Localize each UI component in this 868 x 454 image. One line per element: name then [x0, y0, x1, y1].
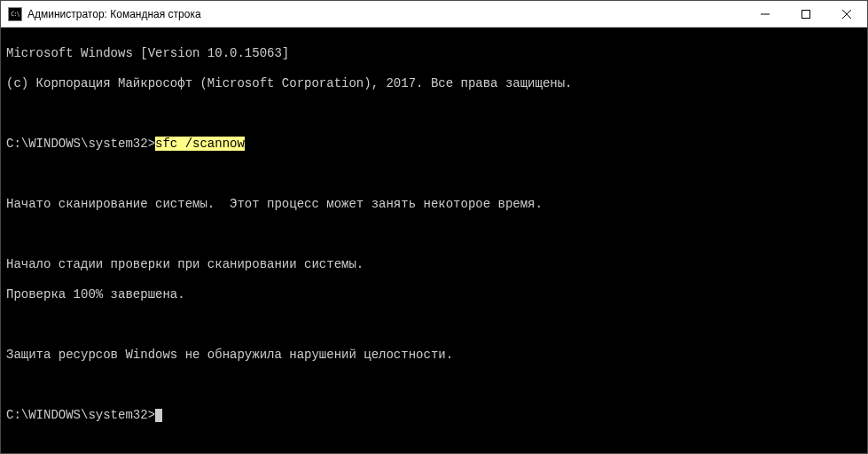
console-blank — [6, 227, 862, 242]
close-icon — [842, 10, 851, 19]
console-line: Начало стадии проверки при сканировании … — [6, 257, 862, 272]
console-prompt-line: C:\WINDOWS\system32>sfc /scannow — [6, 137, 862, 152]
cursor — [155, 409, 162, 422]
cmd-icon: C:\ — [8, 7, 22, 21]
prompt-text: C:\WINDOWS\system32> — [6, 137, 155, 151]
window-controls — [745, 1, 867, 27]
console-blank — [6, 106, 862, 121]
entered-command: sfc /scannow — [155, 137, 245, 151]
console-blank — [6, 317, 862, 333]
svg-rect-1 — [802, 10, 810, 18]
console-line: Начато сканирование системы. Этот процес… — [6, 197, 862, 212]
maximize-button[interactable] — [786, 1, 826, 27]
prompt-text: C:\WINDOWS\system32> — [6, 408, 155, 422]
command-prompt-window: C:\ Администратор: Командная строка Micr… — [0, 0, 868, 454]
console-line: Microsoft Windows [Version 10.0.15063] — [6, 46, 862, 61]
titlebar[interactable]: C:\ Администратор: Командная строка — [1, 1, 867, 27]
console-blank — [6, 167, 862, 182]
console-output[interactable]: Microsoft Windows [Version 10.0.15063] (… — [1, 27, 867, 453]
window-title: Администратор: Командная строка — [27, 8, 745, 20]
console-line: Проверка 100% завершена. — [6, 287, 862, 302]
minimize-button[interactable] — [745, 1, 786, 27]
console-prompt-line: C:\WINDOWS\system32> — [6, 408, 862, 423]
close-button[interactable] — [826, 1, 867, 27]
minimize-icon — [761, 10, 770, 19]
maximize-icon — [802, 10, 810, 19]
console-line: Защита ресурсов Windows не обнаружила на… — [6, 348, 862, 363]
console-blank — [6, 378, 862, 393]
console-line: (c) Корпорация Майкрософт (Microsoft Cor… — [6, 76, 862, 91]
